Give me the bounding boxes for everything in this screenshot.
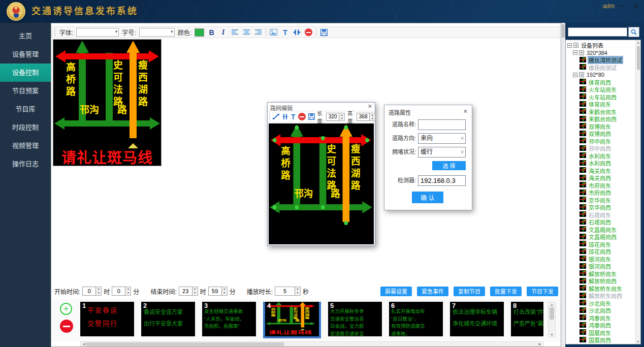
device-label[interactable]: 320*384: [586, 50, 608, 56]
scroll-down-icon[interactable]: ▼: [549, 333, 555, 336]
confirm-button[interactable]: 确 认: [412, 192, 443, 203]
italic-icon[interactable]: I: [219, 28, 228, 37]
sidebar-item[interactable]: 操作日志: [0, 155, 51, 173]
road-name-input[interactable]: [418, 119, 466, 130]
draw-line-icon[interactable]: [273, 112, 279, 121]
main-vertical-scrollbar[interactable]: [561, 23, 565, 347]
insert-image-icon[interactable]: [269, 28, 278, 37]
action-button[interactable]: 节目下发: [527, 287, 558, 296]
device-sign-icon: [579, 86, 586, 93]
road-direction-select[interactable]: 来向: [418, 133, 466, 144]
logged-in-user[interactable]: adm: [603, 3, 615, 10]
scroll-up-icon[interactable]: ▲: [636, 41, 640, 44]
program-thumbnail[interactable]: 1 平安春运 交警同行: [80, 302, 134, 336]
scroll-right-icon[interactable]: ►: [538, 342, 542, 346]
align-left-icon[interactable]: [231, 28, 239, 37]
bold-icon[interactable]: B: [207, 28, 216, 37]
detector-input[interactable]: [418, 175, 466, 186]
delete-icon[interactable]: [298, 112, 306, 121]
save-icon[interactable]: [319, 28, 328, 37]
add-program-button[interactable]: +: [60, 303, 72, 315]
tree-row: 国展岗东: [566, 329, 640, 337]
close-button[interactable]: ✕: [630, 0, 642, 13]
program-thumbnail[interactable]: 7 依法治理非标车辆 净化城市交通环境: [450, 302, 504, 336]
scroll-up-icon[interactable]: ▲: [549, 303, 555, 306]
start-hour-stepper[interactable]: ▲▼: [96, 287, 102, 296]
remove-program-button[interactable]: [60, 320, 73, 333]
marquee-text-icon[interactable]: [293, 28, 301, 37]
action-button[interactable]: 复制节目: [454, 287, 485, 296]
delete-icon[interactable]: [304, 28, 313, 37]
insert-text-icon[interactable]: T: [281, 28, 289, 37]
dialog-close-icon[interactable]: ✕: [368, 103, 372, 110]
align-center-icon[interactable]: [242, 28, 251, 37]
length-stepper[interactable]: ▲▼: [339, 113, 345, 121]
device-label[interactable]: 维扬岗测试: [588, 64, 618, 72]
sidebar-item[interactable]: 视频管理: [0, 137, 51, 155]
scroll-left-icon[interactable]: ◄: [82, 342, 86, 346]
sidebar-item[interactable]: 节目库: [0, 100, 51, 118]
device-label[interactable]: 设备列表: [580, 41, 604, 49]
toolbar-grip: [269, 113, 270, 120]
action-button[interactable]: 紧急事件: [417, 287, 448, 296]
insert-text-icon[interactable]: T: [291, 112, 296, 121]
road-label-right: 瘦西湖路: [137, 60, 147, 109]
save-icon[interactable]: [308, 112, 315, 121]
app-title: 交通诱导信息发布系统: [31, 0, 138, 23]
color-swatch[interactable]: [195, 28, 204, 37]
sidebar-item[interactable]: 时段控制: [0, 118, 51, 137]
duration-input[interactable]: [275, 287, 295, 296]
device-search-button[interactable]: [628, 27, 639, 37]
editor-canvas[interactable]: 高桥路 史可法路 瘦西湖路 邗沟 路 请礼让斑马线: [269, 123, 374, 244]
end-hour-input[interactable]: [179, 287, 192, 296]
dialog-titlebar[interactable]: 道路属性✕: [384, 105, 472, 116]
program-thumbnail-selected[interactable]: 4: [263, 302, 321, 338]
minimize-button[interactable]: —: [617, 0, 629, 13]
end-hour-stepper[interactable]: ▲▼: [192, 287, 198, 296]
sidebar-item[interactable]: 节目预案: [0, 82, 51, 100]
program-thumbnail[interactable]: 2 春运安全连万家 出行平安靠大家: [141, 302, 195, 336]
expand-toggle-icon[interactable]: [567, 43, 572, 48]
expand-toggle-icon[interactable]: [573, 50, 577, 55]
device-sign-icon: [579, 79, 586, 85]
program-thumbnail[interactable]: 6 扎实开展电动车 “百日整治”， 有效预防道路交 通事故。: [389, 302, 443, 336]
dialog-close-icon[interactable]: ✕: [463, 108, 468, 115]
program-horizontal-scrollbar[interactable]: ◄ ►: [80, 341, 543, 346]
tree-row: 海关岗西: [566, 174, 640, 182]
device-label[interactable]: 国展岗西: [588, 336, 612, 344]
select-detector-button[interactable]: 选 择: [432, 161, 466, 170]
expand-toggle-icon[interactable]: [573, 73, 577, 77]
end-minute-input[interactable]: [208, 287, 222, 296]
program-text: 依法治理非标车辆 净化城市交通环境: [450, 302, 504, 330]
start-hour-input[interactable]: [82, 287, 96, 296]
program-thumbnail[interactable]: 3 发生轻微交通事故 “人未伤，车能动， 先拍照，后撤离”: [202, 302, 256, 336]
sidebar-item[interactable]: 主页: [0, 27, 51, 45]
sidebar-item[interactable]: 设备管理: [0, 45, 51, 64]
program-thumbnail[interactable]: 8 打击改装“炸 严查严处“飙: [511, 302, 543, 336]
action-button[interactable]: 批量下发: [490, 287, 522, 296]
start-minute-input[interactable]: [112, 287, 125, 296]
device-label[interactable]: 192*80: [586, 72, 605, 78]
road-icon[interactable]: [282, 112, 288, 121]
end-minute-stepper[interactable]: ▲▼: [222, 287, 228, 296]
tree-scrollbar[interactable]: ▲ ▼: [635, 40, 640, 344]
start-minute-stepper[interactable]: ▲▼: [125, 287, 131, 296]
program-vertical-scrollbar[interactable]: ▲ ▼: [548, 302, 556, 337]
length-input[interactable]: [326, 113, 339, 121]
program-thumbnail[interactable]: 5 大力开展秋冬季 交通安全整治百 日会战，全力稳 定道路交通安全 形势！: [328, 302, 382, 336]
scroll-down-icon[interactable]: ▼: [636, 340, 640, 343]
road-properties-dialog: 道路属性✕ 道路名称: 道路方向: 来向 拥堵状况: 缓行 选 择 检测器: 确…: [384, 105, 472, 210]
height-stepper[interactable]: ▲▼: [370, 113, 375, 121]
size-select[interactable]: [139, 28, 175, 37]
sign-preview-panel[interactable]: 高桥路 史可法路 瘦西湖路 邗沟 路 请礼让斑马线: [53, 39, 162, 166]
duration-stepper[interactable]: ▲▼: [295, 287, 301, 296]
font-select[interactable]: [76, 28, 119, 37]
sidebar-item[interactable]: 设备控制: [0, 64, 51, 82]
align-right-icon[interactable]: [254, 28, 263, 37]
action-button[interactable]: 屏幕设置: [380, 287, 412, 296]
device-search-input[interactable]: [568, 27, 627, 37]
height-input[interactable]: [357, 113, 370, 121]
congestion-select[interactable]: 缓行: [418, 147, 466, 157]
device-sign-icon: [579, 145, 586, 152]
dialog-titlebar[interactable]: 路网编辑✕: [268, 103, 375, 111]
